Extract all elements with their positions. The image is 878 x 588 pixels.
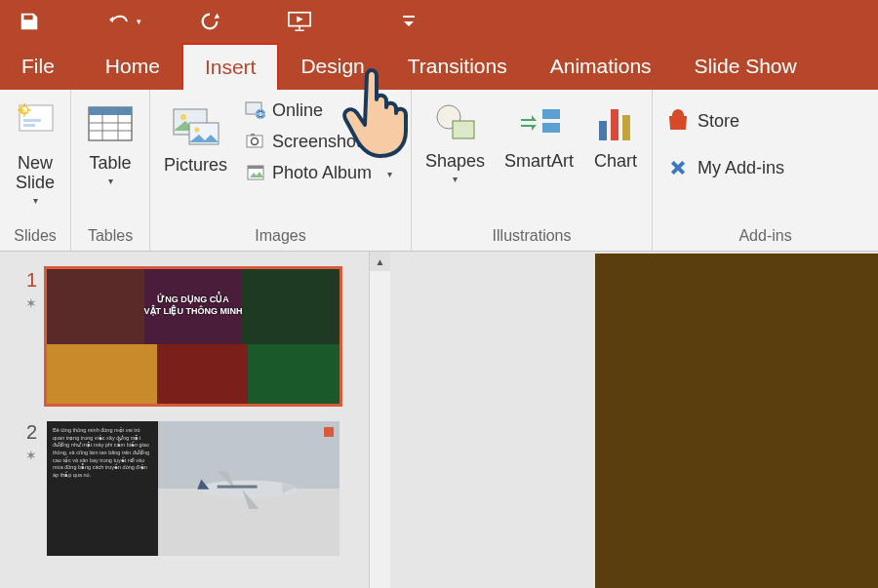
tab-insert[interactable]: Insert bbox=[181, 43, 280, 90]
undo-dropdown-icon[interactable]: ▾ bbox=[137, 17, 141, 26]
thumbnail-scrollbar[interactable]: ▲ bbox=[369, 252, 390, 588]
transition-star-icon: ✶ bbox=[25, 295, 37, 311]
tab-file[interactable]: File bbox=[10, 43, 84, 90]
tab-home[interactable]: Home bbox=[84, 43, 181, 90]
slide-2-text: Bê tông thông minh đóng một vai trò quan… bbox=[47, 421, 158, 556]
svg-rect-4 bbox=[23, 119, 41, 122]
slide-preview-2: Bê tông thông minh đóng một vai trò quan… bbox=[47, 421, 339, 556]
svg-point-9 bbox=[180, 114, 186, 120]
work-area: 1 ✶ ỨNG DỤNG CỦA VẬT LIỆU THÔNG MINH 2 ✶ bbox=[0, 252, 878, 588]
screenshot-button[interactable]: Screenshot ▾ bbox=[241, 129, 396, 154]
slide-thumbnail-2[interactable]: 2 ✶ Bê tông thông minh đóng một vai trò … bbox=[14, 421, 380, 556]
store-label: Store bbox=[698, 111, 739, 132]
table-label: Table bbox=[89, 154, 131, 174]
online-pictures-label: Online bbox=[272, 100, 323, 121]
group-tables: Table ▾ Tables bbox=[71, 90, 150, 251]
chart-button[interactable]: Chart bbox=[587, 96, 644, 176]
group-label-slides: Slides bbox=[8, 225, 62, 249]
store-button[interactable]: Store bbox=[660, 105, 745, 137]
svg-point-11 bbox=[194, 128, 199, 133]
slide-thumbnail-1[interactable]: 1 ✶ ỨNG DỤNG CỦA VẬT LIỆU THÔNG MINH bbox=[14, 269, 380, 404]
svg-rect-24 bbox=[611, 109, 619, 140]
photo-album-button[interactable]: Photo Album ▾ bbox=[241, 160, 396, 185]
pictures-label: Pictures bbox=[164, 156, 227, 176]
screenshot-label: Screenshot bbox=[272, 132, 361, 152]
svg-rect-26 bbox=[670, 117, 686, 130]
ribbon-tabs: File Home Insert Design Transitions Anim… bbox=[0, 43, 878, 90]
group-illustrations: Shapes ▾ SmartArt Chart Illust bbox=[412, 90, 653, 251]
group-label-images: Images bbox=[158, 225, 403, 249]
dropdown-caret-icon: ▾ bbox=[367, 137, 372, 148]
chart-label: Chart bbox=[594, 152, 637, 172]
current-slide[interactable] bbox=[595, 254, 878, 588]
slide-thumbnail-panel: 1 ✶ ỨNG DỤNG CỦA VẬT LIỆU THÔNG MINH 2 ✶ bbox=[0, 252, 390, 588]
svg-rect-28 bbox=[217, 485, 257, 488]
table-button[interactable]: Table ▾ bbox=[79, 96, 141, 190]
slide-1-title: ỨNG DỤNG CỦA VẬT LIỆU THÔNG MINH bbox=[47, 294, 339, 318]
pictures-button[interactable]: Pictures bbox=[158, 96, 233, 179]
group-images: Pictures Online Screenshot ▾ bbox=[150, 90, 412, 251]
svg-rect-25 bbox=[622, 115, 630, 140]
scroll-up-icon[interactable]: ▲ bbox=[370, 252, 390, 271]
svg-rect-7 bbox=[89, 107, 132, 115]
slide-canvas-area bbox=[390, 252, 878, 588]
svg-rect-22 bbox=[542, 123, 560, 133]
tab-slideshow[interactable]: Slide Show bbox=[673, 43, 818, 90]
shapes-label: Shapes bbox=[425, 152, 485, 172]
tab-animations[interactable]: Animations bbox=[529, 43, 673, 90]
shapes-icon bbox=[431, 99, 480, 148]
group-label-addins: Add-ins bbox=[660, 225, 870, 249]
tab-design[interactable]: Design bbox=[279, 43, 385, 90]
group-slides: New Slide ▾ Slides bbox=[0, 90, 71, 251]
dropdown-caret-icon: ▾ bbox=[387, 169, 392, 179]
quick-access-toolbar: ▾ bbox=[0, 0, 878, 43]
svg-rect-21 bbox=[542, 109, 560, 119]
my-addins-label: My Add-ins bbox=[698, 158, 784, 178]
photo-album-label: Photo Album bbox=[272, 163, 372, 183]
shapes-button[interactable]: Shapes ▾ bbox=[419, 96, 491, 188]
pictures-icon bbox=[170, 99, 222, 152]
redo-icon[interactable] bbox=[198, 10, 221, 33]
online-pictures-icon bbox=[245, 99, 266, 121]
table-icon bbox=[85, 99, 136, 150]
screenshot-icon bbox=[245, 131, 266, 152]
dropdown-caret-icon: ▾ bbox=[108, 176, 113, 186]
store-icon bbox=[666, 109, 690, 133]
svg-rect-16 bbox=[251, 134, 255, 136]
airplane-icon bbox=[187, 459, 307, 513]
smartart-label: SmartArt bbox=[504, 152, 574, 172]
customize-qat-icon[interactable] bbox=[397, 10, 420, 33]
photo-album-icon bbox=[245, 162, 266, 183]
svg-rect-18 bbox=[248, 166, 263, 169]
group-label-illustrations: Illustrations bbox=[419, 225, 644, 249]
slide-preview-1: ỨNG DỤNG CỦA VẬT LIỆU THÔNG MINH bbox=[47, 269, 339, 404]
slide-number: 1 bbox=[26, 269, 37, 292]
slide-number: 2 bbox=[26, 421, 37, 444]
ribbon: New Slide ▾ Slides Table ▾ Tables bbox=[0, 90, 878, 252]
start-from-beginning-icon[interactable] bbox=[288, 10, 311, 33]
svg-rect-2 bbox=[20, 105, 53, 131]
new-slide-button[interactable]: New Slide ▾ bbox=[8, 96, 62, 210]
video-indicator-icon bbox=[324, 427, 334, 437]
new-slide-label: New Slide bbox=[16, 154, 55, 193]
svg-rect-20 bbox=[453, 121, 474, 138]
tab-transitions[interactable]: Transitions bbox=[386, 43, 529, 90]
svg-rect-5 bbox=[23, 124, 35, 127]
group-label-tables: Tables bbox=[79, 225, 141, 249]
smartart-icon bbox=[515, 99, 564, 148]
dropdown-caret-icon: ▾ bbox=[453, 174, 458, 184]
transition-star-icon: ✶ bbox=[25, 448, 37, 463]
group-addins: Store My Add-ins Add-ins bbox=[653, 90, 878, 251]
online-pictures-button[interactable]: Online bbox=[241, 98, 396, 123]
new-slide-icon bbox=[14, 99, 57, 150]
svg-rect-23 bbox=[599, 121, 607, 140]
svg-rect-1 bbox=[403, 16, 415, 18]
my-addins-button[interactable]: My Add-ins bbox=[660, 152, 790, 183]
save-icon[interactable] bbox=[18, 10, 41, 33]
undo-icon[interactable] bbox=[107, 10, 131, 33]
my-addins-icon bbox=[666, 156, 690, 179]
dropdown-caret-icon: ▾ bbox=[33, 195, 38, 206]
smartart-button[interactable]: SmartArt bbox=[499, 96, 579, 176]
chart-icon bbox=[593, 99, 638, 148]
